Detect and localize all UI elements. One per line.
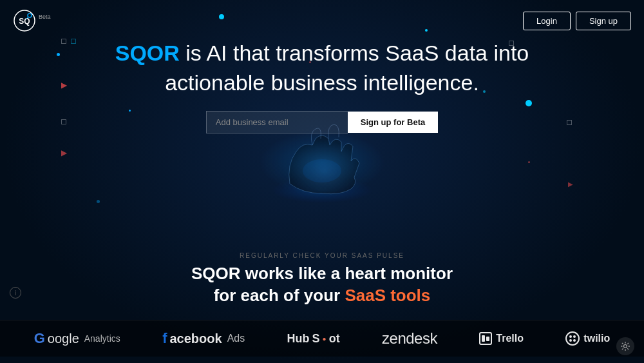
settings-icon[interactable] xyxy=(616,337,634,355)
trello-bar-2 xyxy=(486,337,489,341)
email-input[interactable] xyxy=(206,111,348,133)
svg-point-8 xyxy=(569,339,572,342)
zendesk-text: zendesk xyxy=(382,329,437,348)
svg-point-7 xyxy=(573,335,576,338)
heart-monitor-line1: SQOR works like a heart monitor xyxy=(191,264,453,283)
twilio-logo: twilio xyxy=(565,331,610,346)
facebook-f-icon: f xyxy=(162,330,167,347)
facebook-ads-logo: facebook Ads xyxy=(162,330,245,347)
brand-name: SQOR xyxy=(115,41,180,65)
svg-line-18 xyxy=(622,348,623,349)
heart-monitor-line2-prefix: for each of your xyxy=(214,286,345,305)
hubspot-logo: HubS●ot xyxy=(287,332,340,346)
svg-line-16 xyxy=(627,348,629,349)
google-g-icon: G xyxy=(34,330,45,347)
info-label: i xyxy=(15,289,16,297)
trello-icon xyxy=(479,332,492,345)
trello-bar-1 xyxy=(482,335,485,342)
logo: SQ Beta xyxy=(13,9,51,32)
settings-gear-icon xyxy=(620,341,630,351)
svg-point-9 xyxy=(573,339,576,342)
ads-text: Ads xyxy=(227,333,245,344)
zendesk-logo: zendesk xyxy=(382,329,437,348)
svg-text:SQ: SQ xyxy=(19,17,30,26)
beta-label: Beta xyxy=(39,14,51,20)
trello-logo: Trello xyxy=(479,332,524,345)
hero-title: SQOR is AI that transforms SaaS data int… xyxy=(115,39,529,98)
header: SQ Beta Login Sign up xyxy=(0,0,644,41)
info-icon[interactable]: i xyxy=(10,287,21,299)
pulse-label: REGULARLY CHECK YOUR SAAS PULSE xyxy=(240,252,404,259)
hubspot-s-dot: S xyxy=(312,332,320,346)
twilio-icon xyxy=(565,331,580,346)
sqor-logo-icon: SQ xyxy=(13,9,36,32)
login-button[interactable]: Login xyxy=(523,12,571,30)
svg-point-6 xyxy=(569,335,572,338)
heart-monitor-title: SQOR works like a heart monitor for each… xyxy=(191,263,453,307)
trello-text: Trello xyxy=(496,333,524,344)
svg-point-10 xyxy=(624,345,627,348)
bottom-section: REGULARLY CHECK YOUR SAAS PULSE SQOR wor… xyxy=(0,252,644,363)
hubspot-dot-icon: ● xyxy=(323,335,327,342)
facebook-text: acebook xyxy=(169,331,222,346)
svg-line-15 xyxy=(622,343,623,344)
google-analytics-logo: Google Analytics xyxy=(34,330,120,347)
email-form: Sign up for Beta xyxy=(206,111,438,133)
header-buttons: Login Sign up xyxy=(523,12,631,30)
signup-header-button[interactable]: Sign up xyxy=(576,12,631,30)
twilio-text: twilio xyxy=(583,333,610,344)
analytics-text: Analytics xyxy=(84,333,120,344)
hero-title-text: is AI that transforms SaaS data intoacti… xyxy=(165,41,529,95)
hero-section: SQOR is AI that transforms SaaS data int… xyxy=(0,39,644,145)
cta-button[interactable]: Sign up for Beta xyxy=(348,112,438,133)
logos-bar: Google Analytics facebook Ads HubS●ot ze… xyxy=(0,320,644,357)
google-text: oogle xyxy=(48,331,79,346)
hubspot-ot-text: ot xyxy=(329,332,340,346)
svg-line-17 xyxy=(627,343,629,344)
twilio-dots-icon xyxy=(568,334,577,343)
saas-tools-highlight: SaaS tools xyxy=(345,286,430,305)
hubspot-hub-text: Hub xyxy=(287,332,310,346)
